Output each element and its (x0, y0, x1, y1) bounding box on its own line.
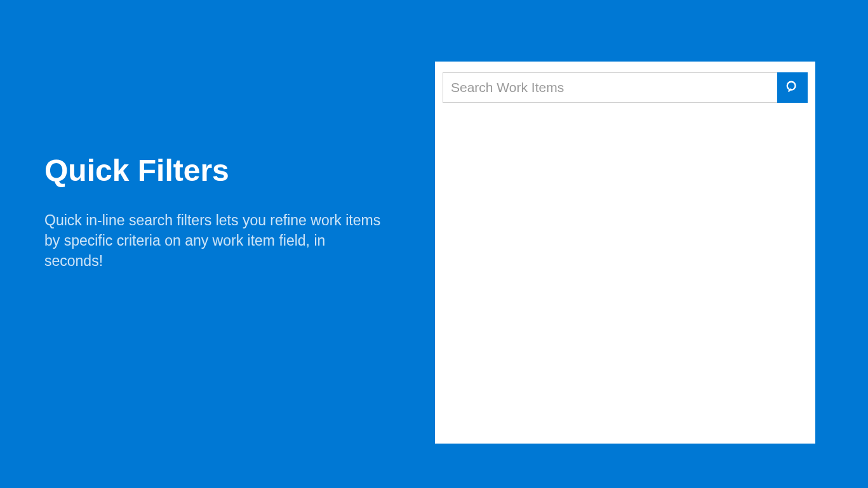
search-button[interactable] (777, 72, 808, 103)
search-container (443, 72, 808, 103)
search-icon (785, 80, 799, 96)
page-description: Quick in-line search filters lets you re… (44, 210, 387, 272)
search-panel (435, 62, 815, 444)
page-heading: Quick Filters (44, 154, 387, 188)
left-content: Quick Filters Quick in-line search filte… (44, 154, 387, 271)
search-input-wrapper (443, 72, 777, 103)
svg-point-0 (787, 81, 796, 89)
search-input[interactable] (443, 72, 777, 103)
